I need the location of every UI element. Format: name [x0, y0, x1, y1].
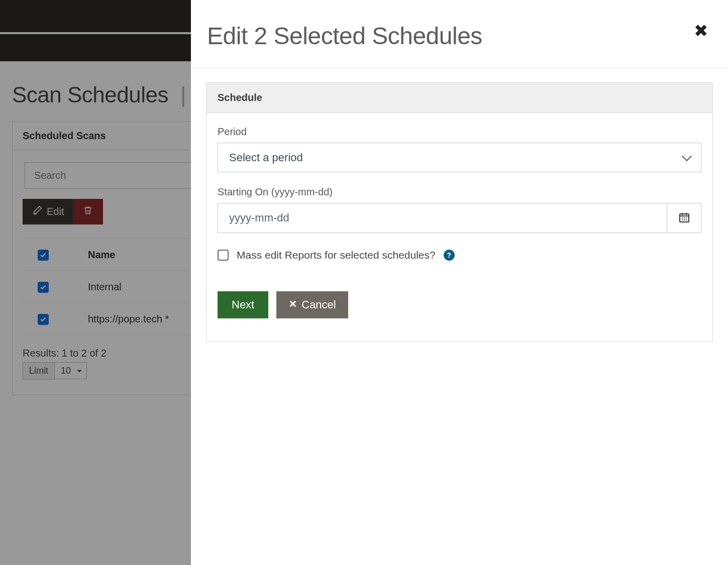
- period-label: Period: [218, 126, 701, 138]
- mass-edit-checkbox[interactable]: [218, 250, 229, 261]
- starting-on-row: [218, 203, 701, 233]
- close-button[interactable]: ✖: [694, 22, 708, 39]
- help-icon[interactable]: ?: [444, 250, 455, 261]
- cancel-button-label: Cancel: [301, 298, 336, 311]
- next-button[interactable]: Next: [218, 291, 268, 318]
- modal-header: Edit 2 Selected Schedules ✖: [191, 0, 728, 68]
- form-panel-body: Period Select a period Starting On (yyyy…: [206, 113, 712, 342]
- starting-on-input[interactable]: [218, 203, 667, 233]
- mass-edit-row: Mass edit Reports for selected schedules…: [218, 249, 701, 261]
- modal-title: Edit 2 Selected Schedules: [207, 22, 482, 50]
- period-select-wrap: Select a period: [218, 143, 701, 172]
- schedule-form-panel: Schedule Period Select a period Starting…: [206, 82, 713, 342]
- form-panel-title: Schedule: [206, 83, 712, 113]
- period-select[interactable]: Select a period: [218, 143, 701, 172]
- modal-body: Schedule Period Select a period Starting…: [191, 68, 728, 356]
- starting-on-label: Starting On (yyyy-mm-dd): [218, 186, 701, 198]
- mass-edit-label: Mass edit Reports for selected schedules…: [237, 249, 436, 261]
- cancel-icon: [288, 298, 297, 311]
- edit-schedules-modal: Edit 2 Selected Schedules ✖ Schedule Per…: [191, 0, 728, 565]
- close-icon: ✖: [694, 21, 708, 40]
- calendar-icon: [678, 211, 690, 225]
- cancel-button[interactable]: Cancel: [276, 291, 348, 318]
- calendar-button[interactable]: [667, 203, 701, 233]
- modal-actions: Next Cancel: [218, 291, 701, 318]
